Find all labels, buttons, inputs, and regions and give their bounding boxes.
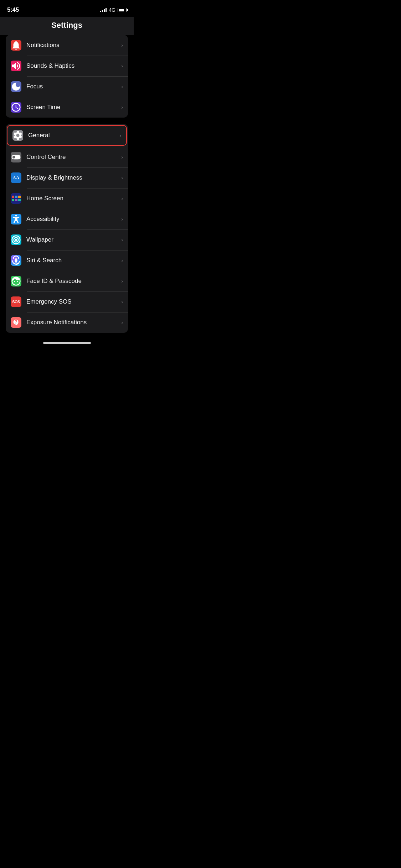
- sos-icon: SOS: [11, 296, 21, 307]
- battery-body: [118, 8, 127, 12]
- signal-bar-2: [102, 10, 103, 12]
- svg-point-2: [15, 258, 17, 263]
- sos-chevron: ›: [121, 299, 123, 305]
- sounds-chevron: ›: [121, 63, 123, 69]
- wallpaper-label: Wallpaper: [26, 236, 121, 243]
- page-title: Settings: [7, 21, 127, 30]
- sos-label: Emergency SOS: [26, 298, 121, 305]
- signal-bar-4: [106, 8, 107, 12]
- dot-6: [18, 199, 21, 201]
- faceid-chevron: ›: [121, 278, 123, 284]
- settings-group-2: General › Control Centre › AA Display & …: [6, 124, 128, 333]
- home-indicator: [0, 339, 134, 351]
- svg-point-0: [15, 215, 17, 217]
- dot-4: [12, 199, 14, 201]
- network-type: 4G: [109, 7, 115, 13]
- general-label: General: [28, 132, 119, 139]
- settings-container: Notifications › Sounds & Haptics › Focus…: [0, 35, 134, 333]
- status-bar: 5:45 4G: [0, 0, 134, 17]
- wallpaper-icon: [11, 234, 21, 245]
- notifications-icon: [11, 40, 21, 51]
- notifications-label: Notifications: [26, 42, 121, 49]
- controlcentre-icon: [11, 152, 21, 162]
- settings-item-screentime[interactable]: Screen Time ›: [6, 97, 128, 118]
- sounds-label: Sounds & Haptics: [26, 62, 121, 69]
- homescreen-label: Home Screen: [26, 195, 121, 202]
- home-bar: [43, 342, 91, 344]
- accessibility-icon: [11, 214, 21, 224]
- general-icon: [12, 130, 23, 141]
- settings-item-sos[interactable]: SOS Emergency SOS ›: [6, 291, 128, 312]
- settings-item-display[interactable]: AA Display & Brightness ›: [6, 167, 128, 188]
- wallpaper-chevron: ›: [121, 237, 123, 243]
- exposure-icon: [11, 317, 21, 328]
- nav-header: Settings: [0, 17, 134, 35]
- siri-label: Siri & Search: [26, 257, 121, 264]
- settings-item-focus[interactable]: Focus ›: [6, 76, 128, 97]
- focus-label: Focus: [26, 83, 121, 90]
- signal-bar-1: [100, 11, 101, 12]
- faceid-icon: [11, 276, 21, 286]
- settings-item-sounds[interactable]: Sounds & Haptics ›: [6, 56, 128, 76]
- settings-item-faceid[interactable]: Face ID & Passcode ›: [6, 271, 128, 291]
- signal-bars-icon: [100, 8, 107, 12]
- settings-item-homescreen[interactable]: Home Screen ›: [6, 188, 128, 209]
- exposure-chevron: ›: [121, 320, 123, 325]
- screentime-chevron: ›: [121, 104, 123, 110]
- settings-item-notifications[interactable]: Notifications ›: [6, 35, 128, 56]
- settings-item-siri[interactable]: Siri & Search ›: [6, 250, 128, 271]
- controlcentre-label: Control Centre: [26, 154, 121, 161]
- controlcentre-chevron: ›: [121, 154, 123, 160]
- svg-point-1: [15, 239, 17, 241]
- general-chevron: ›: [119, 133, 121, 138]
- battery-fill: [119, 9, 124, 11]
- screentime-label: Screen Time: [26, 104, 121, 111]
- siri-icon: [11, 255, 21, 266]
- signal-bar-3: [104, 9, 105, 12]
- dot-1: [12, 196, 14, 198]
- focus-chevron: ›: [121, 84, 123, 89]
- homescreen-dots-grid: [12, 196, 21, 201]
- accessibility-label: Accessibility: [26, 216, 121, 223]
- exposure-label: Exposure Notifications: [26, 319, 121, 326]
- siri-chevron: ›: [121, 258, 123, 263]
- settings-item-controlcentre[interactable]: Control Centre ›: [6, 147, 128, 167]
- homescreen-chevron: ›: [121, 196, 123, 201]
- display-label: Display & Brightness: [26, 174, 121, 181]
- display-icon: AA: [11, 172, 21, 183]
- settings-group-1: Notifications › Sounds & Haptics › Focus…: [6, 35, 128, 118]
- dot-2: [15, 196, 17, 198]
- settings-item-general[interactable]: General ›: [7, 125, 127, 146]
- notifications-chevron: ›: [121, 42, 123, 48]
- status-icons: 4G: [100, 7, 127, 13]
- focus-icon: [11, 81, 21, 92]
- settings-item-exposure[interactable]: Exposure Notifications ›: [6, 312, 128, 333]
- screentime-icon: [11, 102, 21, 113]
- accessibility-chevron: ›: [121, 216, 123, 222]
- settings-item-wallpaper[interactable]: Wallpaper ›: [6, 229, 128, 250]
- sounds-icon: [11, 61, 21, 71]
- homescreen-icon: [11, 193, 21, 204]
- dot-5: [15, 199, 17, 201]
- faceid-label: Face ID & Passcode: [26, 278, 121, 285]
- dot-3: [18, 196, 21, 198]
- settings-item-accessibility[interactable]: Accessibility ›: [6, 209, 128, 229]
- display-chevron: ›: [121, 175, 123, 181]
- battery-icon: [118, 8, 127, 12]
- status-time: 5:45: [7, 6, 19, 14]
